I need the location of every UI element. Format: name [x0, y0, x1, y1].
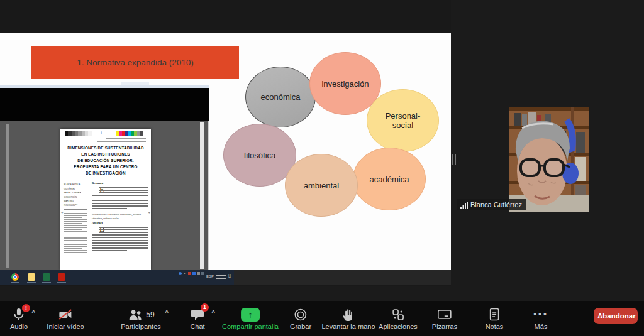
raise-hand-button[interactable]: Levantar la mano	[322, 306, 375, 330]
audio-options-caret[interactable]: ^	[31, 309, 35, 317]
tray-caret-icon: ^	[184, 273, 186, 277]
screen-share-area: 1. Normativa expandida (2010) +	[0, 0, 451, 286]
diagram-node-economica: económica	[245, 67, 316, 127]
leave-meeting-button[interactable]: Abandonar	[594, 308, 638, 324]
chat-unread-badge: 1	[201, 303, 209, 312]
participant-name-tag: Blanca Gutiérrez	[457, 199, 526, 210]
more-dots-icon: •••	[533, 306, 548, 323]
share-screen-button[interactable]: ↑ Compartir pantalla	[222, 306, 279, 330]
keywords-line: Palabras clave: Desarrollo sustentable, …	[92, 213, 148, 221]
slide-title-banner: 1. Normativa expandida (2010)	[31, 46, 239, 79]
share-screen-icon: ↑	[241, 308, 260, 322]
audio-alert-badge: !	[22, 304, 30, 312]
whiteboards-button[interactable]: Pizarras	[432, 306, 457, 330]
participants-count: 59	[146, 310, 154, 319]
journal-header-line	[97, 141, 146, 142]
presentation-slide: 1. Normativa expandida (2010) +	[0, 33, 451, 270]
pdf-scrollbar[interactable]	[200, 122, 204, 269]
registration-cross: +	[100, 131, 103, 135]
keyboard-language-indicator: ESP	[206, 274, 214, 279]
tray-clock	[216, 273, 226, 279]
open-app-indicator	[42, 282, 51, 283]
open-app-indicator	[11, 282, 19, 283]
participants-options-caret[interactable]: ^	[165, 309, 169, 317]
tray-icon	[192, 272, 196, 275]
tray-icon	[188, 272, 191, 275]
record-icon	[293, 307, 308, 322]
tray-icon	[201, 272, 204, 275]
diagram-node-filosofica: filosófica	[223, 124, 296, 187]
video-panel-drag-handle[interactable]	[452, 154, 456, 165]
tray-icon	[197, 272, 200, 275]
pdf-window-screenshot: + DIMENSIONES DE SUSTENTABILIDAD EN LAS …	[0, 82, 209, 270]
folder-icon	[28, 273, 35, 281]
more-button[interactable]: ••• Más	[533, 306, 548, 330]
diagram-node-personal-social: Personal- social	[367, 89, 439, 152]
camera-off-icon	[57, 307, 74, 322]
record-button[interactable]: Grabar	[290, 306, 311, 330]
start-video-button[interactable]: Iniciar vídeo	[47, 306, 84, 330]
chat-options-caret[interactable]: ^	[211, 309, 215, 317]
pdf-app-icon	[58, 273, 65, 281]
presenter-taskbar-apps-area: ^ ESP ▯	[0, 270, 234, 285]
meeting-controls-toolbar: ! Audio ^ Iniciar vídeo	[0, 301, 644, 336]
slide-title: 1. Normativa expandida (2010)	[77, 58, 193, 67]
footnote-text-lines	[64, 212, 87, 253]
grayscale-calibration-bar	[65, 131, 92, 136]
participant-name: Blanca Gutiérrez	[470, 201, 522, 209]
audio-button[interactable]: ! Audio	[10, 306, 28, 330]
participants-icon	[127, 307, 143, 322]
pdf-page: + DIMENSIONES DE SUSTENTABILIDAD EN LAS …	[60, 129, 151, 270]
diagram-node-academica: académica	[353, 148, 426, 210]
apps-icon	[391, 307, 406, 322]
excel-icon	[43, 273, 50, 281]
color-calibration-bar	[116, 131, 143, 136]
author-footnote-rule	[64, 209, 87, 210]
participant-video-feed	[509, 107, 589, 212]
pdf-window-right-edge	[208, 121, 209, 270]
registration-mark-left: +	[61, 210, 64, 214]
paper-title: DIMENSIONES DE SUSTENTABILIDAD EN LAS IN…	[63, 145, 148, 176]
paper-authors: Blanca Estela Gutiérrez Barba* y María C…	[64, 183, 89, 207]
participants-button[interactable]: 59 Participantes	[121, 306, 161, 330]
diagram-node-ambiental: ambiental	[285, 154, 358, 217]
registration-mark-right: +	[148, 210, 150, 214]
notes-icon	[487, 307, 501, 322]
black-toolbar-overlay	[0, 88, 209, 121]
pdf-viewer-background: + DIMENSIONES DE SUSTENTABILIDAD EN LAS …	[0, 121, 209, 270]
apps-button[interactable]: Aplicaciones	[379, 306, 418, 330]
resumen-text-lines	[92, 186, 148, 209]
audio-level-icon	[460, 202, 468, 209]
notes-button[interactable]: Notas	[486, 306, 504, 330]
tray-zoom-icon	[179, 272, 182, 275]
chat-button[interactable]: 1 Chat	[190, 306, 205, 330]
raise-hand-icon	[341, 307, 355, 322]
notification-center-icon: ▯	[228, 273, 231, 279]
whiteboard-icon	[436, 307, 453, 322]
pdf-left-panel-edge	[6, 124, 9, 268]
presenter-taskbar: ^ ESP ▯	[0, 270, 451, 285]
participant-video-thumbnail[interactable]	[509, 107, 589, 212]
abstract-text-lines	[92, 225, 148, 251]
journal-header-line	[106, 138, 146, 139]
open-app-indicator	[27, 282, 36, 283]
zoom-meeting-window: 1. Normativa expandida (2010) +	[0, 0, 644, 336]
chrome-icon	[11, 273, 19, 281]
open-app-indicator	[57, 282, 66, 283]
